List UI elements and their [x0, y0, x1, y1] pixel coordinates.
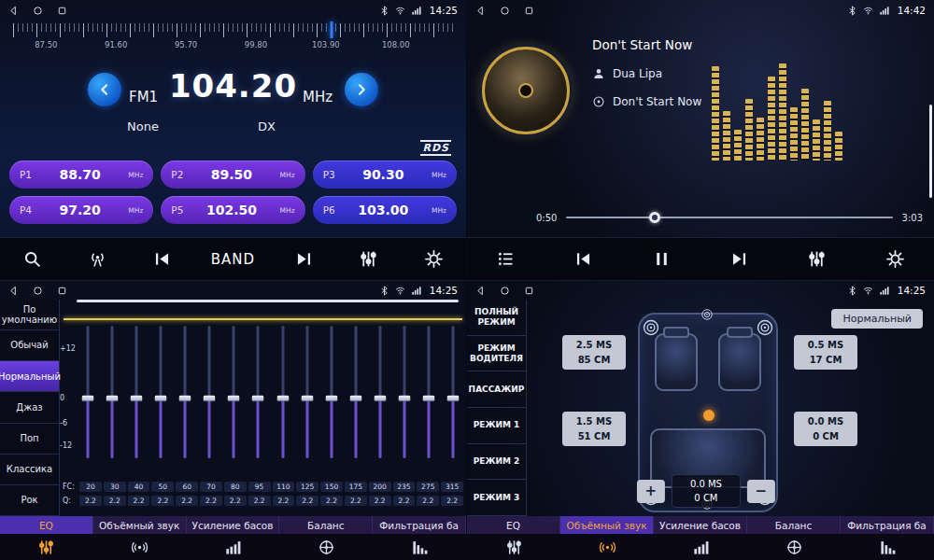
seek-slider[interactable]	[566, 211, 892, 224]
radio-preset-button[interactable]: P188.70MHz	[9, 161, 153, 189]
back-icon[interactable]	[8, 6, 19, 16]
slider-knob[interactable]	[106, 396, 118, 402]
broadcast-button[interactable]	[81, 243, 113, 276]
audio-tab-eq-sliders-icon[interactable]	[467, 534, 560, 560]
audio-tab-label[interactable]: Объёмный звук	[93, 516, 187, 534]
eq-scrollbar[interactable]	[77, 300, 459, 302]
eq-band-slider[interactable]	[374, 326, 388, 458]
frequency-scale[interactable]: 87.5091.6095.7099.80103.90108.00	[13, 23, 453, 59]
eq-band-slider[interactable]	[398, 326, 412, 458]
band-button[interactable]: BAND	[211, 243, 255, 276]
home-icon[interactable]	[500, 286, 510, 296]
eq-preset-item[interactable]: По умолчанию	[0, 300, 59, 330]
slider-knob[interactable]	[423, 396, 435, 402]
slider-knob[interactable]	[81, 396, 93, 402]
eq-band-slider[interactable]	[446, 326, 460, 458]
eq-band-slider[interactable]	[153, 326, 167, 458]
audio-tab-label[interactable]: Объёмный звук	[560, 516, 654, 534]
home-icon[interactable]	[33, 286, 43, 296]
settings-gear-button[interactable]	[879, 243, 911, 276]
radio-preset-button[interactable]: P289.50MHz	[161, 161, 304, 189]
radio-preset-button[interactable]: P5102.50MHz	[161, 196, 304, 224]
playlist-button[interactable]	[490, 243, 522, 276]
audio-tab-label[interactable]: Баланс	[279, 516, 373, 534]
eq-band-slider[interactable]	[178, 326, 192, 458]
eq-band-slider[interactable]	[422, 326, 436, 458]
radio-preset-button[interactable]: P390.30MHz	[313, 161, 457, 189]
audio-tab-bass-boost-icon[interactable]	[187, 534, 280, 560]
surround-mode-item[interactable]: РЕЖИМ 2	[467, 444, 526, 481]
listening-position-dot[interactable]	[703, 410, 715, 421]
audio-tab-label[interactable]: Усиление басов	[654, 516, 747, 534]
eq-preset-item[interactable]: Джаз	[0, 392, 59, 423]
repeat-icon[interactable]	[508, 208, 527, 227]
eq-band-slider[interactable]	[348, 326, 362, 458]
eq-band-slider[interactable]	[105, 326, 119, 458]
slider-knob[interactable]	[252, 396, 264, 402]
skip-forward-button[interactable]	[289, 243, 320, 276]
surround-mode-item[interactable]: РЕЖИМ 3	[467, 480, 526, 516]
slider-knob[interactable]	[301, 396, 313, 402]
eq-preset-item[interactable]: Рок	[0, 485, 59, 516]
slider-knob[interactable]	[447, 396, 460, 402]
skip-back-button[interactable]	[146, 243, 177, 276]
slider-knob[interactable]	[325, 396, 337, 402]
home-icon[interactable]	[33, 6, 43, 16]
slider-knob[interactable]	[130, 396, 142, 402]
audio-tab-bass-boost-icon[interactable]	[654, 534, 747, 560]
audio-tab-label[interactable]: EQ	[0, 516, 93, 534]
slider-knob[interactable]	[179, 396, 191, 402]
slider-knob[interactable]	[349, 396, 361, 402]
radio-preset-button[interactable]: P497.20MHz	[9, 196, 153, 224]
audio-tab-eq-sliders-icon[interactable]	[0, 534, 93, 560]
eq-band-slider[interactable]	[300, 326, 314, 458]
eq-band-slider[interactable]	[203, 326, 217, 458]
audio-tab-label[interactable]: EQ	[467, 516, 560, 534]
radio-preset-button[interactable]: P6103.00MHz	[313, 196, 457, 224]
surround-mode-item[interactable]: РЕЖИМ ВОДИТЕЛЯ	[467, 336, 526, 372]
back-icon[interactable]	[475, 6, 486, 16]
settings-gear-button[interactable]	[417, 243, 449, 276]
eq-band-slider[interactable]	[227, 326, 241, 458]
audio-tab-label[interactable]: Фильтрация ба	[841, 516, 934, 534]
search-button[interactable]	[17, 243, 49, 276]
surround-mode-item[interactable]: РЕЖИМ 1	[467, 408, 526, 444]
increase-delay-button[interactable]: +	[637, 480, 665, 503]
recents-icon[interactable]	[524, 6, 534, 16]
eq-band-slider[interactable]	[324, 326, 338, 458]
surround-mode-item[interactable]: ПАССАЖИР	[467, 371, 526, 408]
audio-tab-label[interactable]: Усиление басов	[187, 516, 280, 534]
tune-down-button[interactable]	[88, 73, 121, 106]
audio-tab-balance-icon[interactable]	[279, 534, 373, 560]
eq-sliders-button[interactable]	[353, 243, 385, 276]
eq-preset-item[interactable]: Классика	[0, 455, 59, 485]
decrease-delay-button[interactable]: −	[747, 480, 775, 503]
slider-knob[interactable]	[228, 396, 240, 402]
eq-band-slider[interactable]	[80, 326, 94, 458]
audio-tab-surround-icon[interactable]	[93, 534, 187, 560]
recents-icon[interactable]	[524, 286, 534, 296]
audio-tab-balance-icon[interactable]	[747, 534, 841, 560]
back-icon[interactable]	[475, 286, 486, 296]
audio-tab-filter-icon[interactable]	[373, 534, 466, 560]
slider-knob[interactable]	[204, 396, 216, 402]
slider-knob[interactable]	[276, 396, 289, 402]
eq-preset-item[interactable]: Нормальный	[0, 361, 59, 392]
eq-sliders-button[interactable]	[801, 243, 833, 276]
pause-button[interactable]	[645, 243, 677, 276]
audio-tab-label[interactable]: Фильтрация ба	[373, 516, 466, 534]
tune-up-button[interactable]	[345, 73, 378, 106]
recents-icon[interactable]	[57, 6, 67, 16]
eq-band-slider[interactable]	[251, 326, 265, 458]
eq-band-slider[interactable]	[129, 326, 143, 458]
slider-knob[interactable]	[154, 396, 166, 402]
audio-tab-label[interactable]: Баланс	[747, 516, 841, 534]
skip-back-button[interactable]	[568, 243, 600, 276]
progress-knob[interactable]	[649, 212, 660, 223]
back-icon[interactable]	[8, 286, 19, 296]
eq-band-slider[interactable]	[276, 326, 290, 458]
eq-preset-item[interactable]: Поп	[0, 424, 59, 455]
sound-profile-button[interactable]: Нормальный	[831, 309, 923, 329]
eq-preset-item[interactable]: Обычай	[0, 330, 59, 361]
audio-tab-filter-icon[interactable]	[841, 534, 934, 560]
